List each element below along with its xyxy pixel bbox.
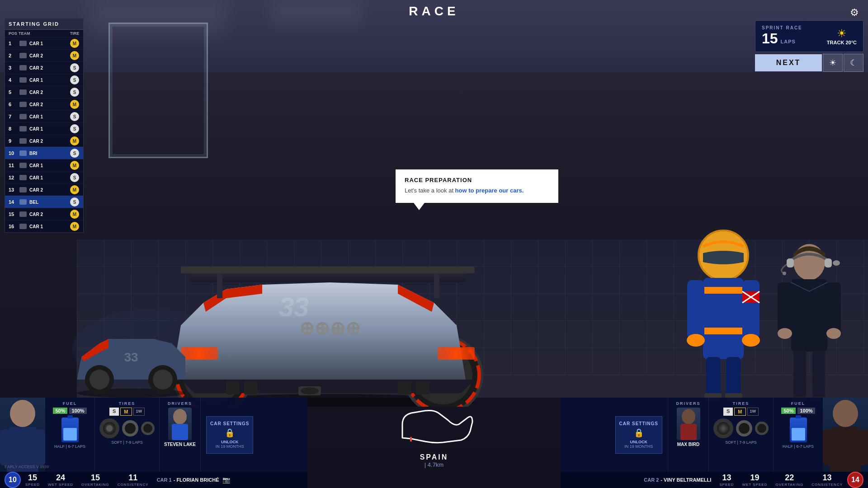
car1-car-label: CAR 1 — [157, 477, 172, 483]
car2-overtaking-stat: 22 OVERTAKING — [775, 473, 803, 487]
car1-fuel-sub: HALF | 6-7 LAPS — [54, 444, 85, 449]
car1-fuel-label: FUEL — [63, 401, 77, 406]
svg-point-39 — [742, 334, 760, 347]
svg-point-51 — [783, 272, 786, 275]
svg-point-66 — [833, 400, 858, 427]
grid-row: 13 CAR 2 M — [5, 183, 83, 196]
car2-tire-sub: SOFT | 7-9 LAPS — [725, 440, 757, 445]
car1-fuel-section: FUEL 50% 100% HALF | 6-7 LAPS — [45, 398, 95, 472]
tire-indicator: M — [70, 222, 79, 231]
car1-settings-section: CAR SETTINGS 🔒 UNLOCK IN 19 MONTHS — [201, 398, 259, 472]
grid-pos: 15 — [9, 211, 19, 217]
tire-indicator: M — [70, 185, 79, 194]
car1-soft-tire-visual — [99, 418, 119, 438]
tooltip-arrow — [414, 203, 425, 210]
car2-speed-stat: 13 SPEED — [719, 473, 734, 487]
car2-speed-value: 13 — [722, 473, 731, 483]
car2-unlock-time: IN 19 MONTHS — [619, 444, 658, 449]
car1-tire-s[interactable]: S — [109, 408, 119, 416]
car2-tire-options: S M 1W — [723, 408, 759, 416]
grid-car: CAR 2 — [28, 53, 70, 58]
grid-row: 8 CAR 1 S — [5, 122, 83, 135]
canister-body — [61, 418, 79, 442]
laps-row: 15 LAPS — [762, 30, 802, 47]
car1-tire-options: S M 1W — [109, 408, 145, 416]
car1-driver-avatar — [0, 398, 45, 472]
bottom-area: FUEL 50% 100% HALF | 6-7 LAPS TIRES S M … — [0, 398, 868, 488]
view-toggle-day[interactable]: ☀ — [823, 54, 843, 72]
car2-wet-speed-value: 19 — [750, 473, 759, 483]
grid-pos: 1 — [9, 41, 19, 46]
car1-tire-visuals — [99, 418, 155, 438]
car2-fuel-label: FUEL — [791, 401, 806, 406]
svg-rect-65 — [172, 424, 188, 440]
grid-team-icon — [19, 52, 28, 59]
car2-tire-1w[interactable]: 1W — [747, 408, 759, 416]
tire-indicator: M — [70, 39, 79, 48]
car1-info-strip: 10 15 SPEED 24 WET SPEED 15 OVERTAKING 1… — [0, 472, 307, 488]
svg-rect-53 — [778, 282, 792, 332]
car2-panel: FUEL 50% 100% HALF | 6-7 LAPS TIRES S M … — [561, 398, 868, 472]
car1-fuel-pct-active: 50% — [53, 408, 67, 414]
grid-team-icon — [19, 211, 28, 218]
svg-rect-48 — [787, 258, 794, 267]
svg-rect-71 — [410, 437, 412, 441]
car2-tire-m[interactable]: M — [734, 408, 745, 416]
grid-team-icon — [19, 174, 28, 181]
canister-fill — [63, 428, 77, 441]
grid-car: CAR 1 — [28, 175, 70, 180]
car1-unlock-label: UNLOCK — [210, 440, 249, 444]
view-toggle-night[interactable]: ☾ — [844, 54, 863, 72]
car2-tire-s[interactable]: S — [723, 408, 733, 416]
svg-point-50 — [833, 260, 840, 266]
car2-fuel-sub: HALF | 6-7 LAPS — [783, 444, 814, 449]
grid-row: 10 BRI S — [5, 147, 83, 159]
grid-tire: M — [70, 222, 80, 231]
car1-tires-label: TIRES — [119, 401, 136, 406]
starting-grid-panel: STARTING GRID POS TEAM TIRE 1 CAR 1 M 2 … — [5, 18, 84, 233]
grid-car: CAR 2 — [28, 66, 70, 70]
grid-pos: 6 — [9, 102, 19, 107]
next-button[interactable]: NEXT — [755, 54, 822, 71]
tire-indicator: S — [70, 124, 79, 133]
car2-tires-section: TIRES S M 1W SOFT | 7-9 LAPS — [708, 398, 773, 472]
svg-point-38 — [687, 334, 705, 347]
car1-tire-m[interactable]: M — [120, 408, 132, 416]
grid-header: STARTING GRID — [5, 19, 83, 30]
race-prep-link: how to prepare our cars. — [455, 187, 524, 194]
car2-consistency-label: CONSISTENCY — [811, 483, 843, 487]
page-title: RACE — [409, 4, 459, 19]
car2-fuel-pcts: 50% 100% — [781, 408, 815, 414]
grid-car: CAR 2 — [28, 188, 70, 192]
col-team: TEAM — [19, 31, 70, 36]
version-text: EARLY ACCESS V.9939 — [5, 465, 49, 469]
car1-overtaking-value: 15 — [91, 473, 100, 483]
grid-tire: S — [70, 63, 80, 72]
grid-car: CAR 2 — [28, 212, 70, 217]
grid-team-icon — [19, 198, 28, 206]
car2-fuel-section: FUEL 50% 100% HALF | 6-7 LAPS — [773, 398, 823, 472]
grid-pos: 2 — [9, 53, 19, 58]
grid-car: CAR 1 — [28, 41, 70, 46]
car2-fuel-pct-full: 100% — [797, 408, 815, 414]
car1-tire-1w[interactable]: 1W — [133, 408, 145, 416]
tire-indicator: M — [70, 136, 79, 145]
car2-settings-label: CAR SETTINGS — [619, 421, 658, 426]
grid-tire: S — [70, 124, 80, 133]
laps-label: LAPS — [781, 39, 796, 44]
grid-team-icon — [19, 89, 28, 96]
male-character — [678, 228, 769, 400]
car1-overtaking-label: OVERTAKING — [81, 483, 109, 487]
car1-medium-tire-visual — [122, 420, 138, 436]
settings-button[interactable]: ⚙ — [850, 7, 859, 19]
grid-car: CAR 1 — [28, 163, 70, 168]
svg-rect-36 — [687, 280, 704, 339]
car2-drivers-section: DRIVERS MAX BIRD — [668, 398, 708, 472]
grid-row: 5 CAR 2 S — [5, 86, 83, 98]
track-temp: TRACK 20°C — [827, 40, 857, 45]
svg-text:33: 33 — [124, 350, 138, 364]
car2-driver-info: CAR 2 - VINY BELTRAMELLI — [644, 477, 711, 483]
grid-pos: 7 — [9, 114, 19, 119]
canister-cap — [67, 415, 73, 418]
svg-rect-35 — [703, 328, 744, 334]
